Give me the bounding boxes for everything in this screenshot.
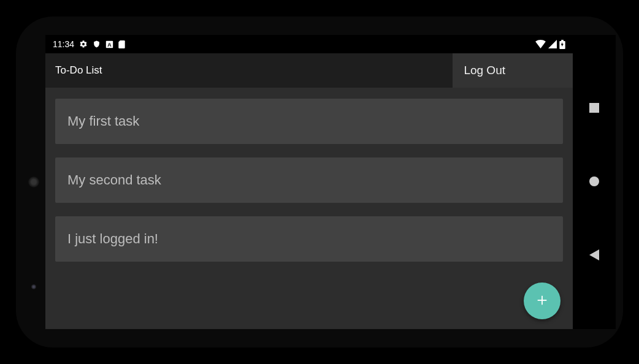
device-speaker xyxy=(28,176,39,188)
list-item[interactable]: My first task xyxy=(55,99,563,144)
app-content: 11:34 A xyxy=(45,35,573,329)
status-time: 11:34 xyxy=(53,39,74,49)
svg-rect-6 xyxy=(589,103,599,113)
battery-icon xyxy=(559,40,565,49)
list-item[interactable]: I just logged in! xyxy=(55,216,563,262)
list-item[interactable]: My second task xyxy=(55,157,563,203)
recent-apps-button[interactable] xyxy=(582,96,606,121)
app-bar: To-Do List Log Out xyxy=(45,53,573,88)
back-triangle-icon xyxy=(589,249,599,262)
circle-icon xyxy=(589,176,600,189)
device-frame: 11:34 A xyxy=(16,17,623,347)
sd-card-icon xyxy=(118,40,125,48)
add-task-button[interactable] xyxy=(524,282,561,319)
status-bar: 11:34 A xyxy=(45,35,573,53)
logout-button[interactable]: Log Out xyxy=(453,53,573,88)
nav-bar xyxy=(573,35,616,329)
letter-a-icon: A xyxy=(105,40,113,48)
app-title: To-Do List xyxy=(55,64,102,77)
svg-text:A: A xyxy=(107,41,112,47)
back-button[interactable] xyxy=(582,243,606,268)
svg-rect-3 xyxy=(561,40,564,41)
settings-icon xyxy=(79,40,88,48)
plus-icon xyxy=(535,294,549,309)
wifi-icon xyxy=(535,40,546,48)
screen: 11:34 A xyxy=(45,35,616,329)
task-list: My first task My second task I just logg… xyxy=(45,88,573,329)
cellular-icon xyxy=(548,40,557,48)
status-left: 11:34 A xyxy=(53,39,125,49)
device-camera xyxy=(31,284,36,289)
square-icon xyxy=(589,103,599,115)
shield-icon xyxy=(93,40,101,48)
home-button[interactable] xyxy=(582,170,606,194)
svg-point-7 xyxy=(589,176,599,186)
status-right xyxy=(535,40,565,49)
